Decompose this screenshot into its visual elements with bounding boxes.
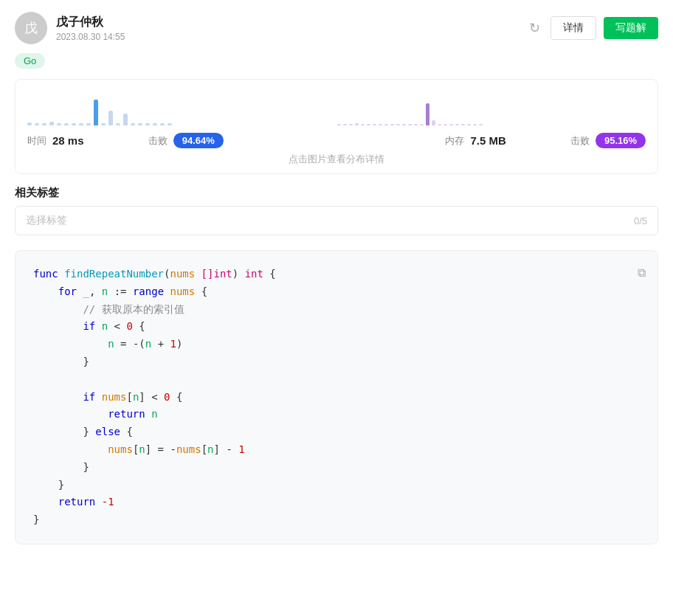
time-chart: [27, 100, 336, 125]
detail-button[interactable]: 详情: [551, 16, 596, 40]
write-solution-button[interactable]: 写题解: [604, 17, 658, 39]
defeat-label-mem: 击败: [570, 134, 590, 148]
header-left: 戊 戊子仲秋 2023.08.30 14:55: [15, 12, 125, 44]
language-tag: Go: [15, 53, 45, 69]
datetime: 2023.08.30 14:55: [56, 32, 125, 42]
memory-chart: [337, 103, 646, 125]
defeat-pct-time: 94.64%: [173, 133, 224, 148]
click-hint[interactable]: 点击图片查看分布详情: [27, 153, 646, 166]
code-block: ⧉ func findRepeatNumber(nums []int) int …: [15, 250, 658, 544]
defeat-label-time: 击败: [148, 134, 168, 148]
time-value: 28 ms: [52, 134, 84, 147]
chart-area[interactable]: [27, 89, 646, 125]
memory-label: 内存: [445, 134, 464, 148]
perf-stats: 时间 28 ms 击败 94.64% 内存 7.5 MB 击败 95.16%: [27, 133, 646, 148]
header: 戊 戊子仲秋 2023.08.30 14:55 ↻ 详情 写题解: [15, 12, 658, 44]
tags-section-label: 相关标签: [15, 186, 658, 200]
tag-count: 0/5: [634, 215, 647, 226]
performance-section: 时间 28 ms 击败 94.64% 内存 7.5 MB 击败 95.16% 点…: [15, 79, 658, 174]
page: 戊 戊子仲秋 2023.08.30 14:55 ↻ 详情 写题解 Go: [0, 0, 673, 556]
username: 戊子仲秋: [56, 15, 125, 30]
avatar: 戊: [15, 12, 47, 44]
refresh-button[interactable]: ↻: [526, 17, 543, 39]
memory-value: 7.5 MB: [470, 134, 505, 147]
tag-selector[interactable]: 选择标签 0/5: [15, 206, 658, 235]
defeat-pct-mem: 95.16%: [596, 133, 646, 148]
time-label: 时间: [27, 134, 46, 148]
copy-icon[interactable]: ⧉: [638, 263, 646, 283]
code-content: func findRepeatNumber(nums []int) int { …: [33, 266, 640, 529]
header-right: ↻ 详情 写题解: [526, 16, 658, 40]
tag-placeholder: 选择标签: [26, 214, 67, 227]
user-info: 戊子仲秋 2023.08.30 14:55: [56, 15, 125, 42]
